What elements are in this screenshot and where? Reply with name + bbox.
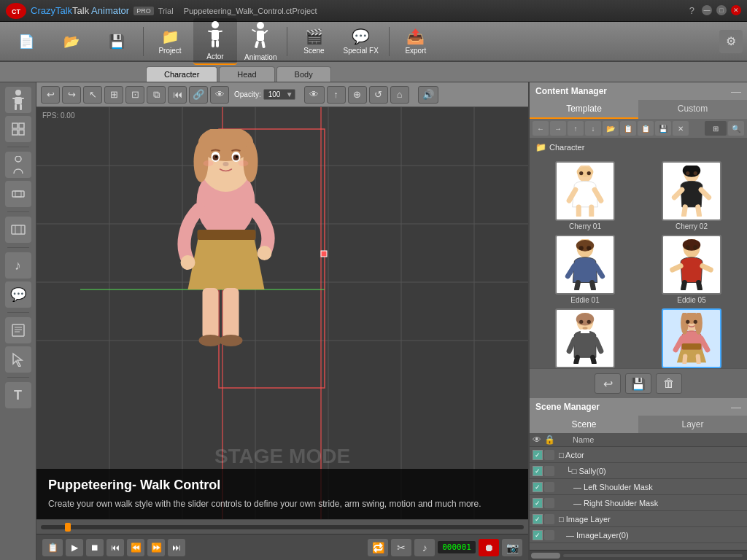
- sm-scrollbar[interactable]: [530, 550, 747, 560]
- sidebar-chat-btn[interactable]: 💬: [5, 281, 31, 308]
- audio-btn[interactable]: 🔊: [418, 86, 438, 104]
- cm-close-btn[interactable]: —: [731, 85, 741, 97]
- cm-delete-btn[interactable]: 🗑: [656, 373, 682, 394]
- cm-item-eddie01[interactable]: Eddie 01: [534, 235, 636, 304]
- cm-btn-1[interactable]: ←: [533, 121, 549, 136]
- settings-icon[interactable]: ⚙: [719, 30, 743, 53]
- toolbar-export[interactable]: 📤 Export: [394, 25, 438, 58]
- close-button[interactable]: ✕: [731, 5, 741, 15]
- image-layer-lock[interactable]: [544, 514, 554, 524]
- image-layer-vis-check[interactable]: [533, 514, 543, 524]
- toolbar-actor[interactable]: Actor: [193, 18, 237, 65]
- left-shoulder-vis-check[interactable]: [533, 482, 543, 492]
- preview-tool[interactable]: 👁: [210, 86, 229, 104]
- tab-head[interactable]: Head: [219, 66, 274, 82]
- svg-point-77: [587, 171, 591, 175]
- play-button[interactable]: ▶: [66, 539, 83, 556]
- sidebar-text-btn[interactable]: T: [5, 382, 31, 408]
- step-forward-button[interactable]: ⏩: [147, 539, 165, 556]
- redo-button[interactable]: ↪: [62, 86, 81, 104]
- sidebar-script-btn[interactable]: [5, 317, 31, 343]
- region-tool[interactable]: ⊡: [125, 86, 144, 104]
- step-back-button[interactable]: ⏪: [127, 539, 144, 556]
- toolbar-scene[interactable]: 🎬 Scene: [292, 25, 336, 58]
- cm-btn-6[interactable]: 📋: [620, 121, 636, 136]
- rotate-btn[interactable]: ↺: [369, 86, 388, 104]
- clone-tool[interactable]: ⧉: [147, 86, 166, 104]
- sidebar-music-btn[interactable]: ♪: [5, 252, 31, 279]
- opacity-value[interactable]: 100: [266, 90, 286, 99]
- cm-item-cherry02[interactable]: Cherry 02: [640, 161, 743, 230]
- toolbar-icon-a[interactable]: 📋: [42, 539, 63, 556]
- cm-btn-8[interactable]: 💾: [655, 121, 671, 136]
- stop-button[interactable]: ⏹: [86, 539, 104, 556]
- sidebar-sprite-btn[interactable]: [5, 116, 31, 142]
- tab-body[interactable]: Body: [276, 66, 331, 82]
- cm-import-btn[interactable]: ↩: [595, 373, 621, 394]
- sidebar-person-btn[interactable]: [5, 152, 31, 178]
- right-shoulder-lock[interactable]: [544, 498, 554, 508]
- toolbar-open[interactable]: 📂: [50, 31, 93, 52]
- tab-character[interactable]: Character: [146, 66, 217, 82]
- sidebar-pointer-btn[interactable]: [5, 346, 31, 373]
- sm-tab-layer[interactable]: Layer: [638, 416, 747, 433]
- go-start-button[interactable]: ⏮: [107, 539, 124, 556]
- sidebar-actor-btn[interactable]: [5, 87, 31, 113]
- cm-btn-3[interactable]: ↑: [568, 121, 584, 136]
- minimize-button[interactable]: —: [702, 5, 712, 15]
- cm-btn-4[interactable]: ↓: [585, 121, 601, 136]
- cut-button[interactable]: ✂: [391, 539, 411, 556]
- cm-btn-9[interactable]: ✕: [673, 121, 689, 136]
- cm-tab-template[interactable]: Template: [530, 100, 638, 119]
- record-button[interactable]: ⏺: [479, 539, 499, 556]
- cm-item-eddie05[interactable]: Eddie 05: [640, 235, 743, 304]
- camera-button[interactable]: 📷: [502, 539, 522, 556]
- link-tool[interactable]: 🔗: [189, 86, 208, 104]
- imagelayer0-lock[interactable]: [544, 530, 554, 540]
- toolbar-project[interactable]: 📁 Project: [148, 25, 192, 58]
- right-shoulder-vis-check[interactable]: [533, 498, 543, 508]
- toolbar-save[interactable]: 💾: [95, 31, 139, 52]
- left-shoulder-lock[interactable]: [544, 482, 554, 492]
- loop-button[interactable]: 🔁: [368, 539, 388, 556]
- cm-item-sally[interactable]: Sally: [640, 308, 743, 368]
- cm-tab-custom[interactable]: Custom: [638, 100, 747, 119]
- cm-tree-character[interactable]: 📁 Character: [533, 141, 744, 154]
- sally0-vis-check[interactable]: [533, 466, 543, 476]
- select-tool[interactable]: ↖: [83, 86, 102, 104]
- transform-tool[interactable]: ⊞: [104, 86, 123, 104]
- cm-btn-7[interactable]: 📋: [638, 121, 654, 136]
- move-up-btn[interactable]: ↑: [327, 86, 346, 104]
- maximize-button[interactable]: □: [716, 5, 727, 15]
- timeline-slider[interactable]: [41, 525, 524, 529]
- cm-view-toggle[interactable]: ⊞: [705, 121, 727, 136]
- cm-item-cherry01[interactable]: Cherry 01: [534, 161, 636, 230]
- actor-lock[interactable]: [544, 450, 554, 460]
- sm-close-btn[interactable]: —: [731, 401, 741, 413]
- sm-tab-scene[interactable]: Scene: [530, 416, 638, 433]
- home-btn[interactable]: ⌂: [390, 86, 409, 104]
- timeline-thumb[interactable]: [65, 523, 71, 532]
- actor-vis-check[interactable]: [533, 450, 543, 460]
- sally0-lock[interactable]: [544, 466, 554, 476]
- toolbar-animation[interactable]: Animation: [239, 19, 282, 64]
- toolbar-special-fx[interactable]: 💬 Special FX: [337, 25, 384, 58]
- cm-save-scene-btn[interactable]: 💾: [625, 373, 651, 394]
- imagelayer0-vis-check[interactable]: [533, 530, 543, 540]
- main-canvas[interactable]: FPS: 0.00: [36, 107, 528, 519]
- sidebar-scene-btn[interactable]: [5, 217, 31, 243]
- visible-btn[interactable]: 👁: [304, 86, 325, 104]
- cm-item-mr-rosenberg[interactable]: Mr. Rosenberg: [534, 308, 636, 368]
- cm-btn-2[interactable]: →: [550, 121, 566, 136]
- cm-search-btn[interactable]: 🔍: [728, 121, 744, 136]
- sm-row-image-layer: □ Image Layer: [530, 511, 747, 527]
- cm-btn-5[interactable]: 📂: [603, 121, 619, 136]
- music-button[interactable]: ♪: [414, 539, 435, 556]
- help-button[interactable]: ?: [689, 5, 694, 16]
- undo-button[interactable]: ↩: [41, 86, 60, 104]
- go-end-button[interactable]: ⏭: [168, 539, 185, 556]
- toolbar-new[interactable]: 📄: [4, 31, 48, 52]
- nav-start[interactable]: ⏮: [168, 86, 187, 104]
- sidebar-prop-btn[interactable]: [5, 181, 31, 207]
- center-btn[interactable]: ⊕: [348, 86, 367, 104]
